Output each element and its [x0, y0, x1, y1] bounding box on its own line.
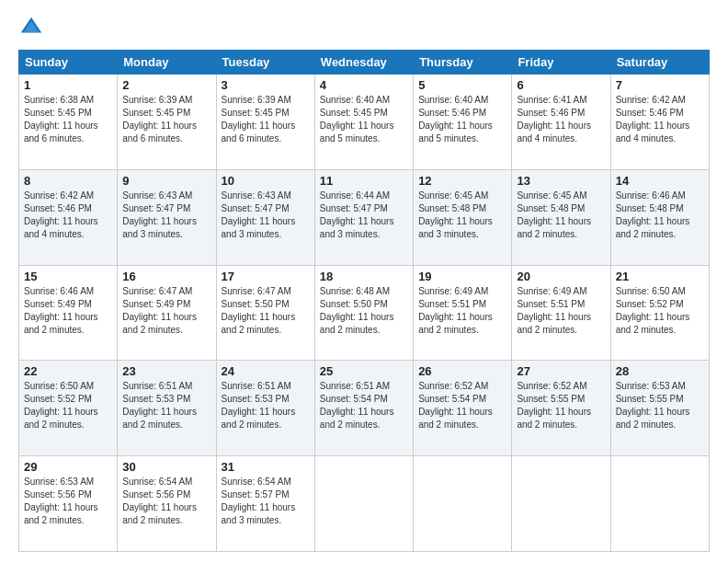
day-number: 17 — [222, 270, 310, 283]
day-detail: Sunrise: 6:50 AM Sunset: 5:52 PM Dayligh… — [24, 380, 112, 431]
day-number: 24 — [222, 364, 310, 378]
calendar-cell: 6Sunrise: 6:41 AM Sunset: 5:46 PM Daylig… — [512, 75, 610, 170]
logo — [18, 15, 48, 40]
header — [18, 15, 710, 40]
logo-icon — [18, 15, 44, 40]
day-number: 31 — [222, 460, 310, 474]
calendar-cell: 10Sunrise: 6:43 AM Sunset: 5:47 PM Dayli… — [216, 169, 314, 265]
calendar-cell: 12Sunrise: 6:45 AM Sunset: 5:48 PM Dayli… — [414, 169, 512, 265]
day-detail: Sunrise: 6:47 AM Sunset: 5:50 PM Dayligh… — [222, 285, 310, 337]
day-number: 25 — [320, 364, 408, 378]
day-detail: Sunrise: 6:43 AM Sunset: 5:47 PM Dayligh… — [122, 190, 210, 241]
calendar-cell: 13Sunrise: 6:45 AM Sunset: 5:48 PM Dayli… — [512, 169, 610, 265]
day-detail: Sunrise: 6:49 AM Sunset: 5:51 PM Dayligh… — [418, 285, 506, 337]
calendar-cell: 20Sunrise: 6:49 AM Sunset: 5:51 PM Dayli… — [512, 265, 610, 361]
day-detail: Sunrise: 6:50 AM Sunset: 5:52 PM Dayligh… — [616, 285, 704, 337]
calendar-cell: 19Sunrise: 6:49 AM Sunset: 5:51 PM Dayli… — [414, 265, 512, 361]
day-detail: Sunrise: 6:48 AM Sunset: 5:50 PM Dayligh… — [320, 285, 408, 337]
calendar-header-wednesday: Wednesday — [314, 51, 413, 75]
day-detail: Sunrise: 6:51 AM Sunset: 5:54 PM Dayligh… — [320, 380, 408, 431]
day-detail: Sunrise: 6:53 AM Sunset: 5:55 PM Dayligh… — [616, 380, 704, 431]
calendar-cell: 5Sunrise: 6:40 AM Sunset: 5:46 PM Daylig… — [414, 75, 512, 170]
day-number: 3 — [222, 78, 310, 92]
calendar-cell — [512, 456, 610, 552]
day-number: 18 — [320, 270, 408, 283]
calendar-cell: 2Sunrise: 6:39 AM Sunset: 5:45 PM Daylig… — [118, 75, 216, 170]
day-number: 23 — [122, 364, 210, 378]
day-detail: Sunrise: 6:38 AM Sunset: 5:45 PM Dayligh… — [24, 94, 112, 145]
calendar-week-4: 22Sunrise: 6:50 AM Sunset: 5:52 PM Dayli… — [19, 361, 710, 456]
calendar-cell: 4Sunrise: 6:40 AM Sunset: 5:45 PM Daylig… — [314, 75, 413, 170]
day-number: 20 — [517, 270, 605, 283]
day-detail: Sunrise: 6:44 AM Sunset: 5:47 PM Dayligh… — [320, 190, 408, 241]
calendar-cell: 31Sunrise: 6:54 AM Sunset: 5:57 PM Dayli… — [216, 456, 314, 552]
day-detail: Sunrise: 6:54 AM Sunset: 5:56 PM Dayligh… — [122, 476, 210, 527]
day-detail: Sunrise: 6:45 AM Sunset: 5:48 PM Dayligh… — [517, 190, 605, 241]
day-detail: Sunrise: 6:40 AM Sunset: 5:46 PM Dayligh… — [418, 94, 506, 145]
day-number: 2 — [122, 78, 210, 92]
calendar-cell: 25Sunrise: 6:51 AM Sunset: 5:54 PM Dayli… — [314, 361, 413, 456]
day-detail: Sunrise: 6:42 AM Sunset: 5:46 PM Dayligh… — [616, 94, 704, 145]
calendar-cell — [314, 456, 413, 552]
day-number: 5 — [418, 78, 506, 92]
day-detail: Sunrise: 6:52 AM Sunset: 5:55 PM Dayligh… — [517, 380, 605, 431]
day-detail: Sunrise: 6:54 AM Sunset: 5:57 PM Dayligh… — [222, 476, 310, 527]
day-number: 14 — [616, 174, 704, 188]
calendar-header-sunday: Sunday — [19, 51, 118, 75]
day-detail: Sunrise: 6:51 AM Sunset: 5:53 PM Dayligh… — [222, 380, 310, 431]
day-number: 12 — [418, 174, 506, 188]
day-number: 7 — [616, 78, 704, 92]
day-detail: Sunrise: 6:39 AM Sunset: 5:45 PM Dayligh… — [122, 94, 210, 145]
calendar-week-5: 29Sunrise: 6:53 AM Sunset: 5:56 PM Dayli… — [19, 456, 710, 552]
calendar-cell — [414, 456, 512, 552]
calendar-header-row: SundayMondayTuesdayWednesdayThursdayFrid… — [19, 51, 710, 75]
page: SundayMondayTuesdayWednesdayThursdayFrid… — [0, 0, 728, 563]
calendar-cell: 16Sunrise: 6:47 AM Sunset: 5:49 PM Dayli… — [118, 265, 216, 361]
calendar-cell: 23Sunrise: 6:51 AM Sunset: 5:53 PM Dayli… — [118, 361, 216, 456]
day-number: 1 — [24, 78, 112, 92]
calendar-cell: 30Sunrise: 6:54 AM Sunset: 5:56 PM Dayli… — [118, 456, 216, 552]
calendar-header-monday: Monday — [118, 51, 216, 75]
calendar-cell: 24Sunrise: 6:51 AM Sunset: 5:53 PM Dayli… — [216, 361, 314, 456]
calendar-cell: 27Sunrise: 6:52 AM Sunset: 5:55 PM Dayli… — [512, 361, 610, 456]
calendar-cell: 21Sunrise: 6:50 AM Sunset: 5:52 PM Dayli… — [610, 265, 709, 361]
calendar-cell: 28Sunrise: 6:53 AM Sunset: 5:55 PM Dayli… — [610, 361, 709, 456]
day-detail: Sunrise: 6:42 AM Sunset: 5:46 PM Dayligh… — [24, 190, 112, 241]
day-detail: Sunrise: 6:53 AM Sunset: 5:56 PM Dayligh… — [24, 476, 112, 527]
day-number: 21 — [616, 270, 704, 283]
day-detail: Sunrise: 6:49 AM Sunset: 5:51 PM Dayligh… — [517, 285, 605, 337]
day-number: 6 — [517, 78, 605, 92]
day-detail: Sunrise: 6:51 AM Sunset: 5:53 PM Dayligh… — [122, 380, 210, 431]
day-detail: Sunrise: 6:46 AM Sunset: 5:49 PM Dayligh… — [24, 285, 112, 337]
calendar-header-friday: Friday — [512, 51, 610, 75]
day-detail: Sunrise: 6:52 AM Sunset: 5:54 PM Dayligh… — [418, 380, 506, 431]
day-number: 13 — [517, 174, 605, 188]
day-number: 27 — [517, 364, 605, 378]
calendar-header-saturday: Saturday — [610, 51, 709, 75]
calendar-cell: 8Sunrise: 6:42 AM Sunset: 5:46 PM Daylig… — [19, 169, 118, 265]
calendar-cell: 18Sunrise: 6:48 AM Sunset: 5:50 PM Dayli… — [314, 265, 413, 361]
calendar-header-thursday: Thursday — [414, 51, 512, 75]
calendar-cell: 15Sunrise: 6:46 AM Sunset: 5:49 PM Dayli… — [19, 265, 118, 361]
calendar-week-1: 1Sunrise: 6:38 AM Sunset: 5:45 PM Daylig… — [19, 75, 710, 170]
calendar-cell: 26Sunrise: 6:52 AM Sunset: 5:54 PM Dayli… — [414, 361, 512, 456]
calendar-cell: 22Sunrise: 6:50 AM Sunset: 5:52 PM Dayli… — [19, 361, 118, 456]
day-number: 22 — [24, 364, 112, 378]
day-detail: Sunrise: 6:46 AM Sunset: 5:48 PM Dayligh… — [616, 190, 704, 241]
day-number: 9 — [122, 174, 210, 188]
day-number: 10 — [222, 174, 310, 188]
day-number: 4 — [320, 78, 408, 92]
calendar-cell: 1Sunrise: 6:38 AM Sunset: 5:45 PM Daylig… — [19, 75, 118, 170]
day-detail: Sunrise: 6:43 AM Sunset: 5:47 PM Dayligh… — [222, 190, 310, 241]
day-detail: Sunrise: 6:45 AM Sunset: 5:48 PM Dayligh… — [418, 190, 506, 241]
calendar-cell: 9Sunrise: 6:43 AM Sunset: 5:47 PM Daylig… — [118, 169, 216, 265]
calendar-cell: 17Sunrise: 6:47 AM Sunset: 5:50 PM Dayli… — [216, 265, 314, 361]
calendar-cell: 3Sunrise: 6:39 AM Sunset: 5:45 PM Daylig… — [216, 75, 314, 170]
day-number: 15 — [24, 270, 112, 283]
day-detail: Sunrise: 6:40 AM Sunset: 5:45 PM Dayligh… — [320, 94, 408, 145]
calendar-cell — [610, 456, 709, 552]
calendar-header-tuesday: Tuesday — [216, 51, 314, 75]
day-number: 16 — [122, 270, 210, 283]
calendar-cell: 29Sunrise: 6:53 AM Sunset: 5:56 PM Dayli… — [19, 456, 118, 552]
day-number: 11 — [320, 174, 408, 188]
